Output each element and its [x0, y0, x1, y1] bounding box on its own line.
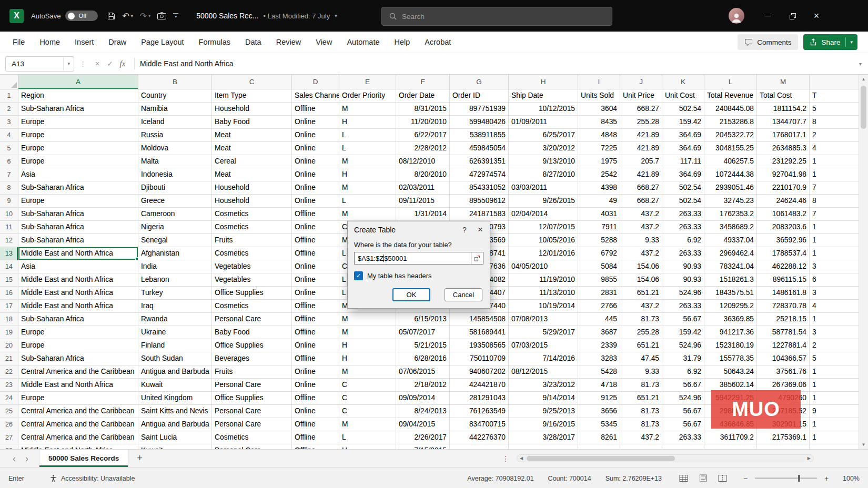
cell-B9[interactable]: Greece — [138, 195, 212, 208]
cell-H18[interactable]: 07/08/2013 — [509, 313, 578, 326]
menu-tab-data[interactable]: Data — [238, 32, 269, 53]
scroll-down-icon[interactable]: ▼ — [859, 440, 868, 449]
cell-K20[interactable]: 524.96 — [662, 339, 704, 352]
cell-N7[interactable]: 1 — [810, 168, 859, 181]
cell-A28[interactable]: Middle East and North Africa — [18, 444, 138, 449]
cell-M4[interactable]: 1768017.1 — [757, 129, 810, 142]
cell-C16[interactable]: Office Supplies — [212, 287, 292, 300]
cell-K26[interactable]: 56.67 — [662, 418, 704, 431]
cell-I25[interactable]: 3656 — [578, 405, 620, 418]
cell-J23[interactable]: 81.73 — [620, 379, 662, 392]
cell-M27[interactable]: 2175369.1 — [757, 431, 810, 444]
cell-F23[interactable]: 2/18/2012 — [396, 379, 450, 392]
cell-M19[interactable]: 587781.54 — [757, 326, 810, 339]
autosave-toggle[interactable]: Off — [65, 11, 98, 21]
cell-I16[interactable]: 2831 — [578, 287, 620, 300]
cell-F6[interactable]: 08/12/2010 — [396, 155, 450, 168]
cell-M17[interactable]: 728370.78 — [757, 300, 810, 313]
cell-C7[interactable]: Meat — [212, 168, 292, 181]
cell-J26[interactable]: 81.73 — [620, 418, 662, 431]
cell-I1[interactable]: Units Sold — [578, 89, 620, 103]
row-header-4[interactable]: 4 — [0, 129, 18, 142]
cell-K23[interactable]: 56.67 — [662, 379, 704, 392]
cell-A23[interactable]: Middle East and North Africa — [18, 379, 138, 392]
cell-N27[interactable]: 1 — [810, 431, 859, 444]
cell-B18[interactable]: Rwanda — [138, 313, 212, 326]
cell-H3[interactable]: 01/09/2011 — [509, 116, 578, 129]
row-header-18[interactable]: 18 — [0, 313, 18, 326]
cell-M14[interactable]: 462288.12 — [757, 260, 810, 273]
cell-F21[interactable]: 6/28/2016 — [396, 352, 450, 365]
cell-K12[interactable]: 6.92 — [662, 234, 704, 247]
cell-G8[interactable]: 854331052 — [450, 181, 509, 195]
cell-B5[interactable]: Moldova — [138, 142, 212, 155]
cell-H14[interactable]: 04/05/2010 — [509, 260, 578, 273]
menu-tab-review[interactable]: Review — [269, 32, 309, 53]
cell-C19[interactable]: Baby Food — [212, 326, 292, 339]
cell-C25[interactable]: Personal Care — [212, 405, 292, 418]
cell-C17[interactable]: Cosmetics — [212, 300, 292, 313]
cell-I8[interactable]: 4398 — [578, 181, 620, 195]
row-header-3[interactable]: 3 — [0, 116, 18, 129]
column-header-H[interactable]: H — [509, 75, 578, 89]
cell-E4[interactable]: L — [339, 129, 396, 142]
cell-A25[interactable]: Central America and the Caribbean — [18, 405, 138, 418]
cell-J28[interactable] — [620, 444, 662, 449]
cell-M13[interactable]: 1788537.4 — [757, 247, 810, 260]
formula-bar-value[interactable]: Middle East and North Africa — [140, 59, 233, 68]
cell-K1[interactable]: Unit Cost — [662, 89, 704, 103]
column-header-N[interactable]: N — [810, 75, 859, 89]
cell-I19[interactable]: 3687 — [578, 326, 620, 339]
cell-J17[interactable]: 437.2 — [620, 300, 662, 313]
cell-E22[interactable]: M — [339, 365, 396, 379]
cell-B13[interactable]: Afghanistan — [138, 247, 212, 260]
cell-E1[interactable]: Order Priority — [339, 89, 396, 103]
cell-C13[interactable]: Cosmetics — [212, 247, 292, 260]
cell-H27[interactable]: 3/28/2017 — [509, 431, 578, 444]
cell-N1[interactable]: T — [810, 89, 859, 103]
select-all-corner[interactable] — [0, 75, 18, 89]
cell-F18[interactable]: 6/15/2013 — [396, 313, 450, 326]
cell-A4[interactable]: Europe — [18, 129, 138, 142]
cell-I28[interactable] — [578, 444, 620, 449]
cell-M15[interactable]: 896115.15 — [757, 273, 810, 287]
cell-C3[interactable]: Baby Food — [212, 116, 292, 129]
cell-B16[interactable]: Turkey — [138, 287, 212, 300]
cell-J8[interactable]: 668.27 — [620, 181, 662, 195]
cell-C28[interactable]: Personal Care — [212, 444, 292, 449]
cell-A2[interactable]: Sub-Saharan Africa — [18, 103, 138, 116]
menu-tab-automate[interactable]: Automate — [339, 32, 387, 53]
cell-I6[interactable]: 1975 — [578, 155, 620, 168]
status-metric-count[interactable]: Count: 700014 — [548, 475, 591, 482]
cell-E6[interactable]: M — [339, 155, 396, 168]
cell-F1[interactable]: Order Date — [396, 89, 450, 103]
cell-E10[interactable]: M — [339, 208, 396, 221]
cell-D14[interactable]: Online — [292, 260, 339, 273]
cell-L12[interactable]: 49337.04 — [704, 234, 757, 247]
cell-K24[interactable]: 524.96 — [662, 392, 704, 405]
cell-E2[interactable]: M — [339, 103, 396, 116]
cell-H11[interactable]: 12/07/2015 — [509, 221, 578, 234]
horizontal-scroll-thumb[interactable] — [527, 456, 675, 461]
cell-N15[interactable]: 6 — [810, 273, 859, 287]
avatar[interactable] — [729, 8, 744, 24]
status-metric-average[interactable]: Average: 70908192.01 — [467, 475, 533, 482]
cell-A18[interactable]: Sub-Saharan Africa — [18, 313, 138, 326]
cell-M11[interactable]: 2083203.6 — [757, 221, 810, 234]
cell-F10[interactable]: 1/31/2014 — [396, 208, 450, 221]
page-break-view-button[interactable] — [716, 473, 728, 484]
cell-G28[interactable] — [450, 444, 509, 449]
cell-A6[interactable]: Europe — [18, 155, 138, 168]
cell-J4[interactable]: 421.89 — [620, 129, 662, 142]
row-header-27[interactable]: 27 — [0, 431, 18, 444]
cell-D4[interactable]: Online — [292, 129, 339, 142]
cell-N9[interactable]: 8 — [810, 195, 859, 208]
cell-I7[interactable]: 2542 — [578, 168, 620, 181]
cell-N10[interactable]: 7 — [810, 208, 859, 221]
cell-J3[interactable]: 255.28 — [620, 116, 662, 129]
cell-D17[interactable]: Offline — [292, 300, 339, 313]
row-header-13[interactable]: 13 — [0, 247, 18, 260]
cell-A13[interactable]: Middle East and North Africa — [18, 247, 138, 260]
cell-B19[interactable]: Ukraine — [138, 326, 212, 339]
row-header-2[interactable]: 2 — [0, 103, 18, 116]
